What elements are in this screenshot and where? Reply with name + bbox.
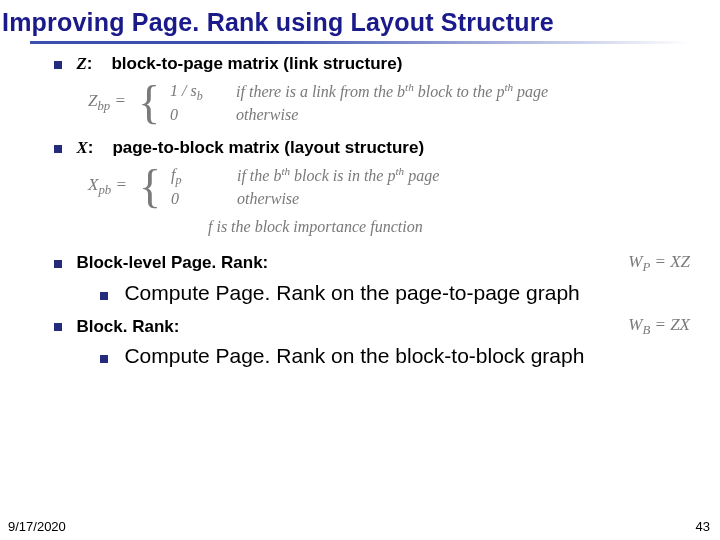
z-line: Z: block-to-page matrix (link structure) bbox=[76, 54, 402, 73]
left-brace-icon: { bbox=[139, 169, 161, 206]
x-math-note: f is the block importance function bbox=[208, 216, 700, 238]
left-brace-icon: { bbox=[138, 85, 160, 122]
blockrank-subtext: Compute Page. Rank on the block-to-block… bbox=[124, 344, 584, 367]
x-cases: fp if the bth block is in the pth page 0… bbox=[171, 164, 439, 210]
square-bullet-icon bbox=[54, 260, 62, 268]
bullet-item-blockrank: Block. Rank: WB = ZX bbox=[54, 315, 700, 338]
square-bullet-icon bbox=[100, 355, 108, 363]
x-case2-cond: otherwise bbox=[237, 188, 299, 210]
x-case1-val: fp bbox=[171, 164, 221, 188]
z-desc: block-to-page matrix (link structure) bbox=[111, 54, 402, 73]
z-case2-cond: otherwise bbox=[236, 104, 298, 126]
z-lhs: Zbp = bbox=[88, 91, 126, 114]
colon: : bbox=[87, 54, 93, 73]
z-var: Z bbox=[76, 54, 86, 73]
x-lhs: Xpb = bbox=[88, 175, 127, 198]
bullet-item-x: X: page-to-block matrix (layout structur… bbox=[54, 138, 700, 158]
blocklevel-subtext: Compute Page. Rank on the page-to-page g… bbox=[124, 281, 579, 304]
blocklevel-label: Block-level Page. Rank: bbox=[76, 253, 268, 272]
colon: : bbox=[88, 138, 94, 157]
z-cases: 1 / sb if there is a link from the bth b… bbox=[170, 80, 548, 126]
x-math-block: Xpb = { fp if the bth block is in the pt… bbox=[88, 164, 700, 238]
blockrank-eq: WB = ZX bbox=[628, 315, 690, 338]
z-case1-cond: if there is a link from the bth block to… bbox=[236, 80, 548, 104]
x-case2-val: 0 bbox=[171, 188, 221, 210]
page-number: 43 bbox=[696, 519, 710, 534]
blocklevel-eq: WP = XZ bbox=[628, 252, 690, 275]
z-case2-val: 0 bbox=[170, 104, 220, 126]
square-bullet-icon bbox=[100, 292, 108, 300]
blockrank-subitem: Compute Page. Rank on the block-to-block… bbox=[100, 344, 700, 368]
slide-title: Improving Page. Rank using Layout Struct… bbox=[0, 0, 720, 41]
x-case1-cond: if the bth block is in the pth page bbox=[237, 164, 439, 188]
x-var: X bbox=[76, 138, 87, 157]
x-desc: page-to-block matrix (layout structure) bbox=[112, 138, 424, 157]
x-line: X: page-to-block matrix (layout structur… bbox=[76, 138, 424, 157]
bullet-item-z: Z: block-to-page matrix (link structure) bbox=[54, 54, 700, 74]
bullet-item-blocklevel: Block-level Page. Rank: WP = XZ bbox=[54, 252, 700, 275]
footer-date: 9/17/2020 bbox=[8, 519, 66, 534]
square-bullet-icon bbox=[54, 145, 62, 153]
content-area: Z: block-to-page matrix (link structure)… bbox=[0, 44, 720, 368]
z-case1-val: 1 / sb bbox=[170, 80, 220, 104]
blockrank-label: Block. Rank: bbox=[76, 317, 179, 336]
blocklevel-subitem: Compute Page. Rank on the page-to-page g… bbox=[100, 281, 700, 305]
z-math-block: Zbp = { 1 / sb if there is a link from t… bbox=[88, 80, 700, 126]
square-bullet-icon bbox=[54, 61, 62, 69]
square-bullet-icon bbox=[54, 323, 62, 331]
